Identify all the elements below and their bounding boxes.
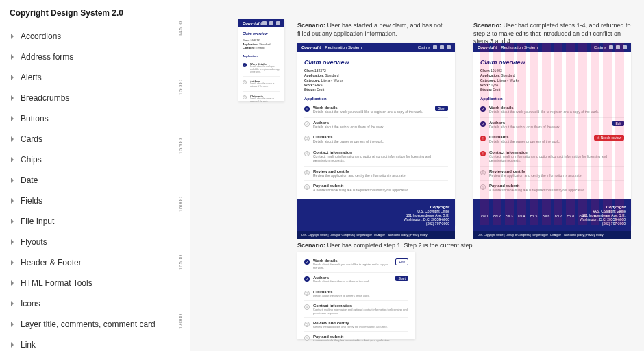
sidebar-item[interactable]: Layer title, comments, comment card	[0, 314, 171, 335]
check-icon: ✓	[480, 106, 486, 112]
bell-icon[interactable]	[616, 45, 620, 49]
app-header: Copyright Registration System Claims	[297, 43, 455, 52]
chevron-right-icon	[10, 178, 15, 183]
step-row[interactable]: 2 AuthorsDetails about the author or aut…	[304, 273, 408, 287]
scenario-c-label: Scenario: User has completed step 1. Ste…	[297, 242, 503, 250]
step-row[interactable]: ! Claimants Details about the owner or o…	[480, 132, 624, 147]
bell-icon[interactable]	[440, 45, 444, 49]
sidebar-item-label: Buttons	[21, 114, 49, 123]
step-row: 2 AuthorsDetails about the author or aut…	[304, 118, 448, 133]
sidebar-item[interactable]: HTML Format Tools	[0, 273, 171, 293]
frame-a[interactable]: Copyright Registration System Claims Cla…	[297, 43, 455, 225]
step-row[interactable]: ✓ Work detailsDetails about the work you…	[480, 103, 624, 118]
step-number-icon: 6	[304, 184, 310, 190]
chevron-right-icon	[10, 157, 15, 162]
sidebar-item-label: Address forms	[21, 52, 73, 62]
sidebar-item[interactable]: Icons	[0, 293, 171, 314]
canvas[interactable]: Copyright Claim overview Claim 134372 Ap…	[190, 0, 644, 351]
sidebar-item[interactable]: Link	[0, 335, 171, 351]
user-icon	[269, 21, 273, 25]
sidebar-item-label: Link	[21, 340, 36, 350]
user-icon[interactable]	[623, 45, 627, 49]
ruler-mark: 15000	[171, 58, 190, 117]
error-icon: !	[480, 136, 486, 141]
sidebar-item-label: Accordions	[21, 32, 61, 41]
chevron-right-icon	[10, 75, 15, 80]
chevron-right-icon	[10, 136, 15, 142]
chevron-right-icon	[10, 342, 15, 348]
sidebar-item[interactable]: Cards	[0, 129, 171, 149]
edit-button[interactable]: Edit	[612, 121, 624, 126]
sidebar-list: AccordionsAddress formsAlertsBreadcrumbs…	[0, 26, 171, 351]
mail-icon[interactable]	[609, 45, 613, 49]
step-row[interactable]: ✓ Work detailsDetails about the work you…	[304, 256, 408, 273]
sidebar-item-label: Flyouts	[21, 237, 47, 247]
mobile-frame[interactable]: Copyright Claim overview Claim 134372 Ap…	[238, 19, 284, 101]
error-badge: ⚠Needs review	[594, 135, 624, 141]
sidebar-item[interactable]: Date	[0, 170, 171, 191]
sidebar-item-label: Chips	[21, 155, 42, 165]
sidebar-item[interactable]: Chips	[0, 149, 171, 170]
sidebar-item[interactable]: Buttons	[0, 108, 171, 129]
app-header: Copyright	[238, 19, 284, 27]
step-number-icon: 4	[304, 151, 310, 156]
sidebar-item[interactable]: Fields	[0, 191, 171, 211]
sidebar-item-label: Breadcrumbs	[21, 93, 69, 103]
step-number-icon: 3	[304, 136, 310, 141]
sidebar-item-label: Header & Footer	[21, 258, 82, 267]
step-number-icon: 5	[480, 170, 486, 176]
app-footer: Copyright U.S. Copyright Office 101 Inde…	[297, 199, 455, 231]
sidebar-item[interactable]: Header & Footer	[0, 252, 171, 273]
chevron-right-icon	[10, 301, 15, 306]
chevron-right-icon	[10, 198, 15, 204]
sidebar-item[interactable]: Flyouts	[0, 232, 171, 252]
chevron-right-icon	[10, 54, 15, 60]
chevron-right-icon	[10, 239, 15, 245]
chevron-right-icon	[10, 34, 15, 39]
sidebar-item[interactable]: Alerts	[0, 67, 171, 88]
step-row: 4 Contact informationContact, mailing in…	[304, 147, 448, 167]
step-number-icon: 2	[480, 121, 486, 127]
sidebar-item-label: Fields	[21, 196, 42, 206]
step-row: 3 ClaimantsDetails about the owner or ow…	[304, 287, 408, 301]
chevron-right-icon	[10, 322, 15, 327]
sidebar-item[interactable]: Accordions	[0, 26, 171, 47]
frame-c[interactable]: ✓ Work detailsDetails about the work you…	[297, 252, 415, 339]
brand: Copyright	[243, 21, 262, 25]
sidebar-title: Copyright Design System 2.0	[0, 0, 171, 26]
step-row: 5 Review and certifyReview the applicati…	[480, 167, 624, 182]
brand: Copyright	[301, 45, 321, 49]
step-row: 4 Contact informationContact, mailing in…	[304, 301, 408, 318]
section-header: Application	[304, 97, 448, 101]
step-number-icon: 2	[304, 121, 310, 127]
edit-button[interactable]: Edit	[395, 258, 408, 265]
sidebar-item[interactable]: Address forms	[0, 47, 171, 67]
step-row[interactable]: 2 AuthorsDetails about the author or aut…	[480, 118, 624, 133]
start-button[interactable]: Start	[395, 276, 408, 281]
menu-icon	[276, 21, 280, 25]
check-icon: ✓	[304, 259, 310, 265]
sidebar-item-label: Icons	[21, 299, 40, 308]
step-row[interactable]: 1 Work detailsDetails about the work you…	[304, 103, 448, 118]
canvas-area: 145001500015500160001650017000 Copyright…	[171, 0, 644, 351]
step-row: 5 Review and certifyReview the applicati…	[304, 318, 408, 332]
sidebar-item-label: HTML Format Tools	[21, 278, 92, 288]
sidebar-item-label: Date	[21, 176, 38, 185]
overview-title: Claim overview	[304, 59, 448, 66]
start-button[interactable]: Start	[435, 106, 448, 111]
sidebar-item[interactable]: Breadcrumbs	[0, 88, 171, 108]
sidebar-item[interactable]: File Input	[0, 211, 171, 232]
mail-icon[interactable]	[433, 45, 437, 49]
step-row[interactable]: ! Contact informationContact, mailing in…	[480, 147, 624, 167]
frame-b[interactable]: col 1col 2col 3col 4col 5col 6col 7col 8…	[473, 43, 631, 225]
chevron-right-icon	[10, 260, 15, 265]
chevron-right-icon	[10, 280, 15, 286]
user-icon[interactable]	[447, 45, 451, 49]
sidebar-item-label: File Input	[21, 217, 54, 226]
step-row: 6 Pay and submitA nonrefundable filing f…	[480, 181, 624, 195]
app-header: Copyright Registration System Claims	[473, 43, 631, 52]
nav-claims[interactable]: Claims	[418, 45, 430, 49]
error-icon: !	[480, 151, 486, 156]
chevron-right-icon	[10, 219, 15, 224]
step-number-icon: 6	[480, 184, 486, 190]
